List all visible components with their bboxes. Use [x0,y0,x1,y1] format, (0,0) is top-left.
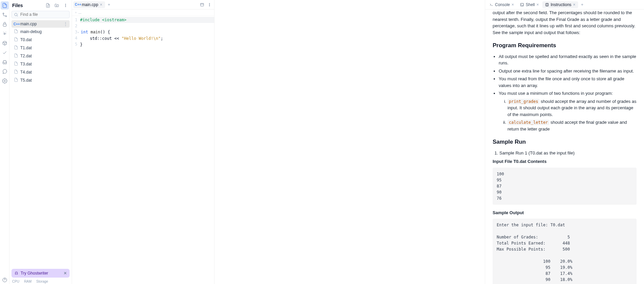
document-icon [14,69,18,75]
file-name: main.cpp [20,22,37,26]
file-item[interactable]: T1.dat⋮ [11,44,70,52]
document-icon [14,53,18,59]
file-item[interactable]: C++main.cpp⋮ [11,20,70,28]
files-panel-title: Files [12,3,43,8]
tab-close-icon[interactable]: × [512,2,514,7]
svg-point-13 [209,3,210,4]
file-item[interactable]: T3.dat⋮ [11,60,70,68]
files-menu-icon[interactable] [62,2,69,9]
editor-layout-icon[interactable] [199,1,205,8]
sample-output-block: Enter the input file: T0.dat Number of G… [493,219,637,284]
document-icon [14,29,18,34]
stat-cpu: CPU [12,280,19,283]
svg-point-7 [65,5,66,6]
svg-point-10 [16,273,16,273]
ghostwriter-close-icon[interactable]: ✕ [64,271,67,276]
file-name: main-debug [20,29,42,34]
rail-inbox-icon[interactable] [1,58,9,66]
nav-rail [0,0,9,284]
rail-lock-icon[interactable] [1,20,9,28]
sample-run-heading: Sample Run [493,138,637,146]
requirements-list: All output must be spelled and formatted… [493,53,637,133]
ghost-icon [14,271,19,276]
stat-ram: RAM [24,280,31,283]
file-name: T3.dat [20,62,32,66]
right-tab-bar: Console × Shell × Instructions × + [485,0,644,9]
file-search-input[interactable] [20,12,71,17]
line-gutter: 12345 [72,17,80,284]
svg-point-0 [3,13,4,14]
file-menu-icon[interactable]: ⋮ [64,22,68,26]
instructions-icon [545,3,549,7]
svg-rect-2 [3,24,6,26]
file-name: T4.dat [20,70,32,75]
tab-console[interactable]: Console × [487,1,517,8]
tab-shell[interactable]: Shell × [517,1,542,8]
editor-menu-icon[interactable] [206,1,213,8]
rail-help-icon[interactable] [1,276,9,284]
file-item[interactable]: T4.dat⋮ [11,68,70,76]
document-icon [14,61,18,67]
svg-point-11 [17,273,17,273]
input-file-block: 100 95 87 90 76 [493,168,637,205]
file-item[interactable]: T2.dat⋮ [11,52,70,60]
file-name: T1.dat [20,46,32,50]
rail-package-icon[interactable] [1,39,9,47]
file-name: T2.dat [20,54,32,58]
tab-close-icon[interactable]: × [100,2,102,7]
svg-marker-3 [4,33,5,34]
editor-tab-bar: C++ main.cpp × + [72,0,214,9]
document-icon [14,37,18,42]
file-search[interactable] [11,11,70,18]
tab-close-icon[interactable]: × [573,2,575,7]
file-name: T5.dat [20,78,32,83]
files-panel: Files C++main.cpp⋮main-debug⋮T0.dat⋮T1.d… [9,0,72,284]
svg-rect-12 [200,3,203,6]
breadcrumb[interactable]: › ... [72,9,214,16]
file-name: T0.dat [20,37,32,42]
rail-files-icon[interactable] [1,1,9,9]
code-editor[interactable]: 12345 #include <iostream> ▾int main() { … [72,16,214,284]
search-icon [14,12,18,17]
file-item[interactable]: T0.dat⋮ [11,36,70,44]
sample-run-list: Sample Run 1 (T0.dat as the input file) [493,150,637,157]
instructions-content[interactable]: output after the second field. The perce… [485,9,644,284]
rail-git-icon[interactable] [1,11,9,19]
svg-point-15 [209,5,210,6]
stat-storage: Storage [36,280,48,283]
file-list: C++main.cpp⋮main-debug⋮T0.dat⋮T1.dat⋮T2.… [9,20,72,267]
document-icon [14,45,18,51]
tab-close-icon[interactable]: × [537,2,539,7]
rail-settings-icon[interactable] [1,77,9,85]
new-folder-icon[interactable] [53,2,60,9]
rail-chat-icon[interactable] [1,67,9,76]
new-tab-icon[interactable]: + [106,1,113,8]
ghostwriter-banner[interactable]: Try Ghostwriter ✕ [11,269,70,278]
svg-point-4 [4,80,5,82]
cpp-file-icon: C++ [76,3,80,7]
requirements-heading: Program Requirements [493,41,637,50]
editor-tab-main[interactable]: C++ main.cpp × [73,1,105,8]
svg-point-6 [65,4,66,5]
sample-output-heading: Sample Output [493,209,637,216]
intro-paragraph: output after the second field. The perce… [493,9,637,36]
cpp-file-icon: C++ [14,22,18,26]
file-item[interactable]: T5.dat⋮ [11,76,70,84]
file-item[interactable]: main-debug⋮ [11,28,70,36]
svg-point-1 [5,16,6,17]
svg-point-8 [65,6,66,7]
output-panel [215,0,485,284]
tab-instructions[interactable]: Instructions × [542,1,578,8]
input-file-heading: Input File T0.dat Contents [493,158,637,165]
resource-stats: CPU RAM Storage [9,280,72,284]
code-content[interactable]: #include <iostream> ▾int main() { std::c… [80,17,214,284]
console-icon [489,3,493,7]
new-tab-icon[interactable]: + [579,1,586,8]
svg-point-14 [209,4,210,5]
right-column: Console × Shell × Instructions × + outpu… [485,0,644,284]
svg-point-9 [15,13,17,16]
rail-debug-icon[interactable] [1,30,9,38]
new-file-icon[interactable] [45,2,51,9]
rail-check-icon[interactable] [1,49,9,57]
shell-icon [520,3,524,7]
